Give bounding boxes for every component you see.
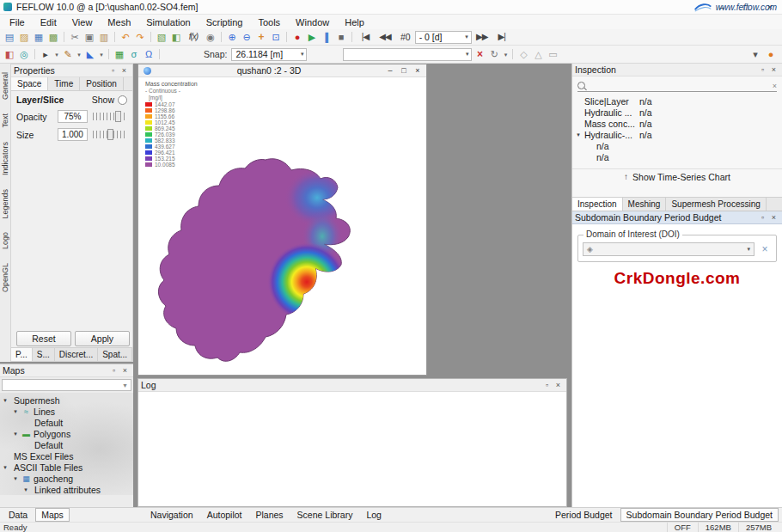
menu-item[interactable]: Window [288,15,337,29]
feflow-website-link[interactable]: www.feflow.com [716,3,777,12]
draw-tool-icon[interactable]: ✎ [61,48,75,61]
toolbar-icon[interactable] [512,49,513,59]
show-time-series-chart-link[interactable]: ↑ Show Time-Series Chart [572,168,782,184]
dock-tab[interactable]: Autopilot [201,508,248,522]
open-file-icon[interactable]: ▨ [17,31,31,44]
inspection-row[interactable]: Slice|Layer n/a [572,95,782,107]
log-content[interactable] [138,392,566,506]
step-back-icon[interactable]: ◀◀ [376,31,394,44]
dock-tab[interactable]: Planes [250,508,290,522]
panel-close-button[interactable]: × [119,66,130,75]
dock-tab[interactable]: Period Budget [549,508,619,522]
inspection-tab[interactable]: Meshing [623,198,667,211]
pan-icon[interactable]: + [254,31,268,44]
skip-end-icon[interactable]: ▶| [492,31,511,44]
inspection-search-input[interactable]: × [577,80,777,92]
tree-expander-icon[interactable]: ▾ [2,464,9,471]
dock-tab[interactable]: Navigation [144,508,199,522]
tree-expander-icon[interactable]: ▾ [12,475,19,482]
apply-button[interactable]: Apply [75,331,130,346]
menu-item[interactable]: Scripting [199,15,251,29]
measure-icon[interactable]: ◇ [516,48,530,61]
panel-close-button[interactable]: × [768,213,779,222]
tree-expander-icon[interactable]: ▾ [22,486,29,493]
slider-thumb[interactable] [107,129,113,140]
inspection-row[interactable]: n/a [572,151,782,162]
properties-category-tab[interactable]: Legends [1,189,9,219]
toolbar-icon[interactable] [159,49,160,59]
filter-icon[interactable]: ▼ [122,382,128,388]
import-icon[interactable]: ▩ [46,31,60,44]
tree-expander-icon[interactable]: ▾ [12,431,19,437]
properties-bottom-tab[interactable]: Discret... [55,348,98,361]
chevron-down-icon[interactable]: ▾ [747,246,750,253]
dock-tab[interactable]: Subdomain Boundary Period Budget [620,508,779,522]
dock-caret-icon[interactable]: ▾ [748,48,762,61]
toolbar-icon[interactable] [64,32,64,42]
redo-icon[interactable]: ↷ [133,31,147,44]
reset-button[interactable]: Reset [16,331,71,346]
show-toggle[interactable] [118,95,127,105]
mesh-tool-icon[interactable]: ▦ [113,48,126,61]
size-slider[interactable] [93,131,127,138]
tree-item[interactable]: ▾ Supermesh [0,394,133,406]
tree-item[interactable]: Default [0,439,133,450]
properties-category-tab[interactable]: General [1,72,9,100]
toolbar-icon[interactable] [221,32,222,42]
menu-item[interactable]: Mesh [100,15,138,29]
viewport-close-button[interactable]: × [411,66,425,75]
inspection-tab[interactable]: Inspection [572,198,623,211]
select-tool-icon[interactable]: ▸ [39,48,52,61]
menu-item[interactable]: Simulation [138,15,198,29]
omega-icon[interactable]: Ω [142,48,156,61]
inspection-row[interactable]: Hydraulic ... n/a [572,107,782,118]
select-caret-icon[interactable]: ▾ [53,48,60,61]
panel-float-button[interactable]: ▫ [108,366,119,375]
undo-icon[interactable]: ↶ [119,31,132,44]
doi-clear-button[interactable]: × [758,242,772,256]
new-document-icon[interactable]: ▤ [3,31,16,44]
region-caret-icon[interactable]: ▾ [98,48,105,61]
viewport-canvas[interactable]: Mass concentration - Continuous - [mg/l]… [138,77,426,375]
properties-category-tab[interactable]: OpenGL [1,263,9,292]
toolbar-icon[interactable] [150,32,151,42]
snapshot-icon[interactable]: ▧ [155,31,168,44]
time-step-combobox[interactable]: - 0 [d] ▾ [415,31,472,44]
expression-editor-icon[interactable]: f(x) [184,31,203,44]
toolbar-icon[interactable] [286,32,287,42]
zoom-out-icon[interactable]: ⊖ [240,31,254,44]
maps-filter-input[interactable]: ▼ [2,379,131,391]
selection-caret-icon[interactable]: ▾ [502,48,509,61]
save-icon[interactable]: ▦ [32,31,46,44]
copy-icon[interactable]: ▣ [82,31,96,44]
inspection-row[interactable]: Mass conc... n/a [572,118,782,129]
menu-item[interactable]: View [64,15,101,29]
menu-item[interactable]: Help [337,15,372,29]
toolbar-icon[interactable] [114,32,115,42]
dock-tab[interactable]: Maps [35,508,70,522]
panel-float-button[interactable]: ▫ [541,381,553,389]
toolbar-icon[interactable] [108,49,109,59]
tree-item[interactable]: ▾ gaocheng [0,473,133,484]
zoom-in-icon[interactable]: ⊕ [225,31,239,44]
tree-expander-icon[interactable]: ▾ [2,397,9,404]
opacity-input[interactable]: 75% [58,110,88,123]
camera-icon[interactable]: ◉ [204,31,217,44]
tree-item[interactable]: ▾ Lines [0,406,133,417]
inspection-row[interactable]: ▾ Hydraulic-... n/a [572,129,782,140]
viewport-minimize-button[interactable]: – [383,66,397,75]
toolbar-icon[interactable] [34,49,35,59]
properties-tab[interactable]: Time [48,77,80,90]
panel-float-button[interactable]: ▫ [757,213,768,222]
tree-expander-icon[interactable]: ▾ [12,408,19,415]
gallery-icon[interactable]: ◧ [169,31,183,44]
opacity-slider[interactable] [93,113,127,120]
tree-item[interactable]: MS Excel Files [0,450,133,462]
selection-combobox[interactable]: ▾ [343,48,472,61]
region-tool-icon[interactable]: ◣ [83,48,97,61]
dock-tab[interactable]: Data [3,508,34,522]
problem-settings-icon[interactable]: ◧ [3,48,16,61]
clear-selection-icon[interactable]: × [473,48,486,61]
properties-category-tab[interactable]: Logo [1,232,9,249]
snap-distance-combobox[interactable]: 26.1184 [m] ▾ [231,48,307,61]
